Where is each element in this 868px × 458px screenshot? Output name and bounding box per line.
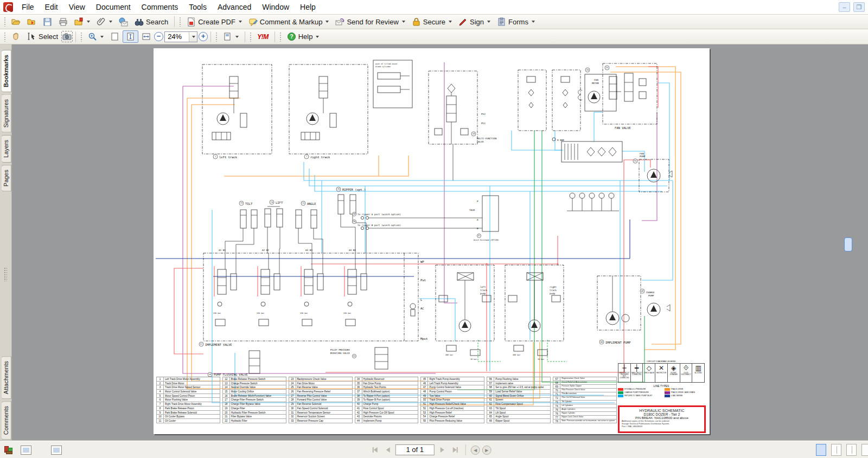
email-button[interactable] [116, 16, 131, 28]
menu-view[interactable]: View [63, 1, 91, 14]
menu-file[interactable]: File [16, 1, 40, 14]
previous-page-button[interactable] [382, 445, 393, 455]
first-page-button[interactable] [369, 445, 380, 455]
menu-window[interactable]: Window [257, 1, 295, 14]
send-review-button[interactable]: Send for Review [332, 16, 408, 28]
fit-width-button[interactable] [138, 30, 154, 43]
comment-markup-button[interactable]: Comment & Markup [245, 16, 333, 28]
panel-splitter-grip[interactable] [4, 267, 7, 281]
help-button[interactable]: ? Help [284, 30, 323, 43]
last-page-button[interactable] [450, 445, 461, 455]
yahoo-messenger-button[interactable]: Y!M [254, 31, 272, 42]
sign-button[interactable]: Sign [455, 16, 494, 28]
pdf-page[interactable]: 1 left track 7 [154, 48, 710, 434]
organizer-button[interactable] [71, 16, 93, 28]
page-indicator[interactable]: 1 of 1 [395, 444, 435, 455]
single-page-layout-button[interactable] [816, 444, 826, 456]
comment-markup-label: Comment & Markup [260, 18, 323, 26]
parts-row: 55Pilot Pressure Reducing Valve [420, 419, 484, 423]
sidebar-tab-signatures[interactable]: Signatures [2, 94, 11, 133]
document-area[interactable]: 1 left track 7 [12, 44, 868, 441]
continuous-facing-layout-button[interactable] [846, 444, 857, 456]
page-display-button[interactable] [220, 30, 242, 43]
open-recent-button[interactable] [24, 16, 40, 28]
send-review-label: Send for Review [347, 18, 398, 26]
toolbar-grip[interactable] [215, 32, 218, 42]
svg-text:400 bar: 400 bar [445, 354, 453, 356]
p52-label: P52 [481, 113, 486, 115]
parts-row: 17Charge Filter Pressure Switch [222, 398, 286, 402]
snapshot-tool-button[interactable] [61, 31, 73, 42]
parts-row: 37Winch Bulkhead (option) [355, 390, 419, 394]
charge-pressure-lines [457, 131, 644, 390]
menu-tools[interactable]: Tools [183, 1, 212, 14]
open-button[interactable] [8, 16, 24, 28]
proof-colors-icon[interactable] [21, 446, 31, 455]
restore-button[interactable]: ❐ [853, 2, 865, 12]
parts-row: 14Neutral Override Valve [222, 385, 286, 390]
toolbar-grip[interactable] [4, 32, 7, 42]
toolbar-grip[interactable] [80, 32, 83, 42]
overprint-preview-icon[interactable] [51, 446, 62, 455]
svg-text:30 bar: 30 bar [470, 358, 477, 360]
zoom-level-input[interactable] [165, 32, 189, 42]
next-view-button[interactable]: ► [482, 446, 492, 455]
attach-button[interactable] [93, 16, 116, 28]
sidebar-tab-layers[interactable]: Layers [2, 135, 11, 163]
toolbar-grip[interactable] [250, 32, 252, 42]
print-button[interactable] [55, 16, 71, 28]
minimize-button[interactable]: – [839, 2, 850, 12]
previous-view-button[interactable]: ◄ [471, 446, 480, 455]
pst-label: Pst [420, 279, 426, 282]
svg-text:pump: pump [480, 292, 486, 295]
select-tool-button[interactable]: Select [24, 30, 61, 43]
sidebar-tab-pages[interactable]: Pages [2, 165, 11, 191]
svg-text:push of tilted dozer: push of tilted dozer [375, 63, 398, 65]
actual-size-button[interactable] [107, 30, 123, 43]
fit-page-button[interactable] [123, 30, 138, 43]
dropdown-caret [239, 21, 242, 23]
menu-comments[interactable]: Comments [136, 1, 184, 14]
tab-strip-spacer [0, 192, 11, 355]
toolbar-grip[interactable] [4, 17, 7, 27]
menu-edit[interactable]: Edit [40, 1, 63, 14]
secure-button[interactable]: Secure [409, 16, 455, 28]
zoom-dropdown[interactable] [189, 32, 197, 42]
sidebar-tab-attachments[interactable]: Attachments [2, 356, 11, 399]
toolbar-separator [210, 31, 211, 42]
create-pdf-button[interactable]: Create PDF [183, 16, 245, 28]
menu-document[interactable]: Document [91, 1, 136, 14]
parts-row: 26Fan Reversing Pressure Relief [289, 390, 353, 394]
ripper-ports: 38 To ripper A port (winch option) 39 To… [352, 212, 482, 229]
zoom-tool-button[interactable] [85, 30, 107, 43]
sidebar-tab-comments[interactable]: Comments [2, 401, 11, 440]
menu-bar: File Edit View Document Comments Tools A… [0, 0, 868, 15]
sign-label: Sign [470, 18, 484, 26]
zoom-in-button[interactable]: + [199, 32, 208, 41]
magnifier-plus-icon [88, 32, 97, 41]
parts-row: 2Track Drive Motor [156, 382, 220, 386]
parts-row: 68Circuit Relief w/ Anticavitation [553, 381, 617, 385]
continuous-layout-button[interactable] [831, 444, 841, 456]
facing-layout-button[interactable] [861, 444, 868, 456]
save-button[interactable] [40, 16, 55, 28]
hidden-pane-handle[interactable] [844, 237, 852, 251]
search-button[interactable]: Search [131, 16, 171, 28]
zoom-out-button[interactable]: − [154, 32, 163, 41]
toolbar-grip[interactable] [179, 17, 182, 27]
next-page-button[interactable] [437, 445, 448, 455]
toolbar-grip[interactable] [279, 32, 282, 42]
menu-help[interactable]: Help [295, 1, 321, 14]
parts-column: 67Regeneration Check Valve68Circuit Reli… [553, 377, 617, 432]
menu-advanced[interactable]: Advanced [212, 1, 257, 14]
pilot-pressure-reducing-valve: PILOT PRESSURE REDUCING VALVE 55 [330, 347, 388, 369]
svg-text:right: right [550, 286, 557, 288]
parts-row: 28Forward Pilot Control Valve [289, 398, 353, 402]
parts-row: 5Motor Speed Control Piston [156, 394, 220, 398]
forms-button[interactable]: Forms [494, 16, 538, 28]
hand-tool-button[interactable] [8, 30, 24, 43]
sidebar-tab-bookmarks[interactable]: Bookmarks [2, 50, 11, 92]
parts-row: 50Track Drive Pumps [420, 398, 484, 402]
legend: CIRCUIT DIAGRAM LEGEND ┼MAIN CIRCUIT CRO… [618, 360, 705, 397]
implement-pump: 44 IMPLEMENT PUMP [597, 276, 641, 344]
